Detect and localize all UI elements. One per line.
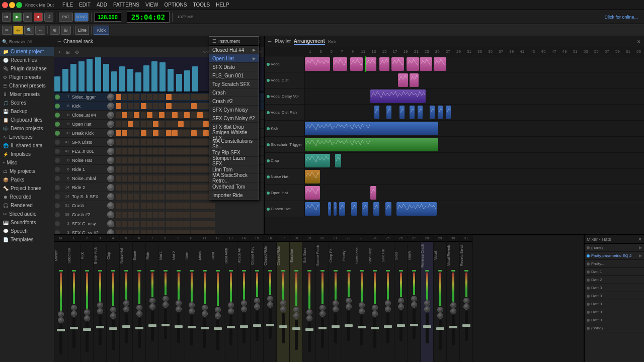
mix-knob1-7[interactable] [149,298,155,304]
ch-name-13[interactable]: Crash #2 [70,212,107,218]
step-8-9[interactable] [172,166,178,172]
mix-knob2-20[interactable] [319,311,326,317]
step-12-3[interactable] [134,203,139,209]
step-5-10[interactable] [178,139,184,145]
step-2-13[interactable] [197,112,203,118]
step-7-5[interactable] [147,157,152,163]
ch-led-10[interactable] [55,185,60,190]
arr-clip-9-8[interactable] [396,202,437,216]
channel-row-13[interactable]: 38Crash #2 [54,210,264,219]
mix-knob2-8[interactable] [163,302,169,308]
arr-clip-9-1[interactable] [328,202,331,216]
step-4-9[interactable] [172,130,178,136]
mix-knob1-5[interactable] [123,300,129,306]
sidebar-item-mixer-presets[interactable]: 🎚 Mixer presets [0,90,54,99]
arr-clip-1-1[interactable] [410,73,419,87]
ch-led-13[interactable] [55,212,60,217]
step-1-13[interactable] [197,103,203,109]
step-0-12[interactable] [191,94,197,100]
prev-button[interactable]: ⏮ [2,13,11,22]
mix-fader-thumb-9[interactable] [175,325,183,328]
mix-knob1-17[interactable] [280,300,286,306]
mix-knob1-22[interactable] [346,298,352,304]
mix-fader-thumb-15[interactable] [253,324,261,327]
mix-fader-thumb-18[interactable] [292,327,300,330]
step-11-3[interactable] [134,194,139,200]
dropdown-item-17[interactable]: Importer Ride [209,191,259,200]
arr-clip-9-2[interactable] [334,202,337,216]
arr-clip-6-0[interactable] [305,154,330,167]
step-10-9[interactable] [172,185,178,191]
step-12-14[interactable] [203,203,209,209]
mix-led-20[interactable] [320,270,325,272]
ch-led-8[interactable] [55,167,60,172]
dropdown-item-0[interactable]: Closed Hat #4▶ [209,46,259,54]
ch-name-5[interactable]: SFX Disto [70,139,107,145]
step-15-13[interactable] [197,230,203,234]
mix-knob2-11[interactable] [202,311,208,317]
ch-led-6[interactable] [55,149,60,154]
mix-fader-thumb-10[interactable] [188,326,196,328]
mix-fader-thumb-21[interactable] [332,325,340,328]
ch-name-1[interactable]: Kick [70,103,107,109]
step-1-0[interactable] [116,103,121,109]
menu-patterns[interactable]: PATTERNS [111,0,142,10]
step-10-7[interactable] [159,185,165,191]
step-13-4[interactable] [141,212,146,218]
step-9-8[interactable] [166,175,172,182]
mix-knob1-0[interactable] [58,311,64,317]
magnet-tool[interactable]: ⊕ [50,26,60,35]
arr-clip-2-0[interactable] [370,89,426,103]
step-11-5[interactable] [147,194,152,200]
step-4-11[interactable] [184,130,190,136]
ch-led-1[interactable] [55,104,60,109]
mix-knob2-21[interactable] [333,306,339,312]
dropdown-item-11[interactable]: MA Constellations Sh... [209,140,259,148]
arr-clip-0-5[interactable] [391,57,404,71]
ch-vol-knob-3[interactable] [107,121,114,128]
ch-vol-knob-2[interactable] [107,112,114,119]
channel-row-15[interactable]: 3SFX C..sy #2 [54,228,264,234]
step-4-6[interactable] [153,130,158,136]
step-4-10[interactable] [178,130,184,136]
mix-fader-thumb-23[interactable] [358,326,366,328]
ch-name-0[interactable]: Sidec..igger [70,94,107,100]
arr-clip-9-3[interactable] [339,202,345,216]
step-11-6[interactable] [153,194,158,200]
mix-fader-thumb-1[interactable] [70,327,78,329]
step-1-12[interactable] [191,103,197,109]
ch-led-4[interactable] [55,131,60,136]
mix-led-28[interactable] [425,270,429,272]
sidebar-item-soundfonts[interactable]: 🎹 Soundfonts [0,218,54,227]
mix-fader-thumb-25[interactable] [384,325,392,328]
mix-fader-thumb-11[interactable] [201,327,209,329]
ch-vol-knob-0[interactable] [107,94,114,101]
mix-led-27[interactable] [412,270,416,272]
step-6-14[interactable] [203,148,209,154]
step-15-5[interactable] [147,230,152,234]
step-3-8[interactable] [166,121,172,127]
mix-knob2-13[interactable] [228,308,234,314]
sidebar-item-demo-projects[interactable]: 🎼 Demo projects [0,124,54,133]
step-8-2[interactable] [128,166,133,172]
menu-view[interactable]: VIEW [143,0,161,10]
ch-led-14[interactable] [55,221,60,226]
step-3-0[interactable] [116,121,121,127]
arr-row-content-2[interactable] [305,88,644,104]
step-3-7[interactable] [159,121,165,127]
step-14-6[interactable] [153,221,158,227]
step-8-5[interactable] [147,166,152,172]
arr-clip-6-1[interactable] [335,154,341,167]
mix-knob2-10[interactable] [189,308,195,314]
step-5-1[interactable] [122,139,127,145]
arr-clip-9-6[interactable] [373,202,379,216]
step-1-10[interactable] [178,103,184,109]
step-4-7[interactable] [159,130,165,136]
mix-led-8[interactable] [164,270,168,272]
cr-settings-btn[interactable]: ⚙ [73,50,81,55]
menu-help[interactable]: HELP [213,0,231,10]
mix-knob1-2[interactable] [84,309,90,315]
step-15-2[interactable] [128,230,133,234]
sidebar-item-packs[interactable]: 📦 Packs [0,175,54,184]
step-4-13[interactable] [197,130,203,136]
